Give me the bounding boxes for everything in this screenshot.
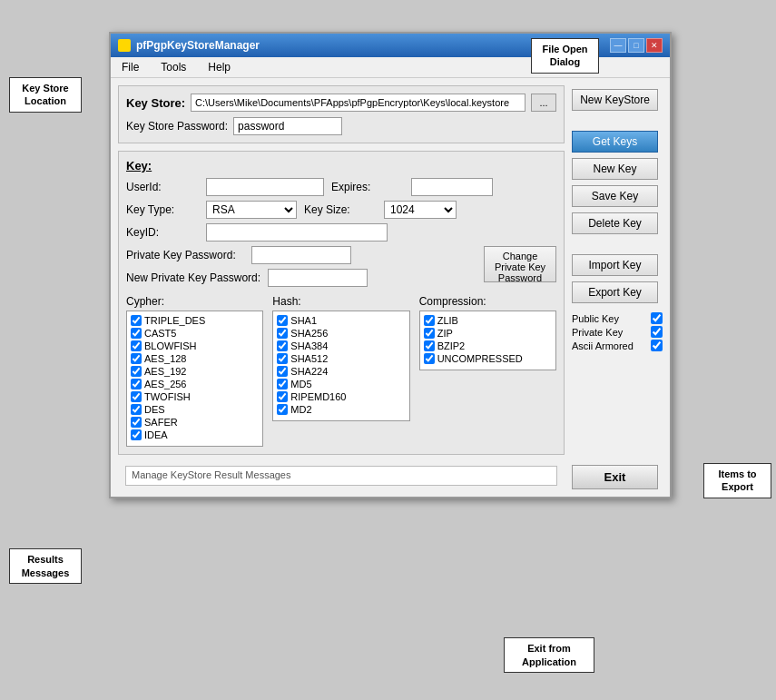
- userid-expires-row: UserId: Expires:: [126, 178, 556, 196]
- pk-password-row: Private Key Password:: [126, 246, 476, 264]
- keystore-password-input[interactable]: [233, 117, 342, 135]
- close-button[interactable]: ✕: [646, 38, 663, 53]
- cypher-item: IDEA: [131, 429, 259, 440]
- cypher-checkbox[interactable]: [131, 340, 142, 351]
- export-key-button[interactable]: Export Key: [572, 281, 658, 303]
- expires-input[interactable]: [411, 178, 493, 196]
- lists-row: Cypher: TRIPLE_DESCAST5BLOWFISHAES_128AE…: [126, 295, 556, 447]
- compression-item-label: UNCOMPRESSED: [437, 353, 523, 364]
- hash-item: SHA1: [277, 315, 405, 326]
- cypher-checkbox[interactable]: [131, 417, 142, 428]
- cypher-item: DES: [131, 404, 259, 415]
- hash-item: MD2: [277, 404, 405, 415]
- hash-item: MD5: [277, 379, 405, 389]
- menu-file[interactable]: File: [118, 59, 142, 75]
- new-pk-password-label: New Private Key Password:: [126, 271, 260, 284]
- new-pk-password-input[interactable]: [268, 269, 368, 287]
- compression-list: ZLIBZIPBZIP2UNCOMPRESSED: [419, 311, 556, 370]
- keyid-input[interactable]: [206, 223, 388, 242]
- hash-item-label: MD5: [290, 379, 311, 389]
- hash-checkbox[interactable]: [277, 391, 288, 402]
- cypher-item: CAST5: [131, 328, 259, 339]
- compression-checkbox[interactable]: [424, 328, 435, 339]
- pk-password-input[interactable]: [251, 246, 351, 264]
- hash-checkbox[interactable]: [277, 340, 288, 351]
- private-key-checkbox[interactable]: [651, 326, 663, 338]
- compression-checkbox[interactable]: [424, 340, 435, 351]
- cypher-checkbox[interactable]: [131, 366, 142, 377]
- new-keystore-button[interactable]: New KeyStore: [572, 89, 658, 111]
- cypher-checkbox[interactable]: [131, 379, 142, 389]
- compression-title: Compression:: [419, 295, 556, 308]
- cypher-list: TRIPLE_DESCAST5BLOWFISHAES_128AES_192AES…: [126, 311, 263, 447]
- cypher-checkbox[interactable]: [131, 328, 142, 339]
- compression-item: UNCOMPRESSED: [424, 353, 552, 364]
- cypher-checkbox[interactable]: [131, 391, 142, 402]
- cypher-item-label: TWOFISH: [144, 391, 191, 402]
- get-keys-button[interactable]: Get Keys: [572, 131, 658, 153]
- delete-key-button[interactable]: Delete Key: [572, 212, 658, 234]
- key-section: Key: UserId: Expires: Key Type: RSA DSA …: [118, 151, 565, 455]
- keytype-select[interactable]: RSA DSA ElGamal: [206, 201, 297, 219]
- cypher-checkbox[interactable]: [131, 404, 142, 415]
- cypher-item-label: AES_192: [144, 366, 186, 377]
- compression-item-label: ZLIB: [437, 315, 458, 326]
- hash-item-label: SHA384: [290, 340, 328, 351]
- save-key-button[interactable]: Save Key: [572, 185, 658, 207]
- callout-key-store-location: Key Store Location: [9, 77, 82, 113]
- new-pk-password-row: New Private Key Password:: [126, 269, 476, 287]
- window-title: pfPgpKeyStoreManager: [136, 39, 260, 52]
- export-options: Public Key Private Key Ascii Armored: [572, 312, 663, 353]
- password-label: Key Store Password:: [126, 120, 228, 133]
- new-key-button[interactable]: New Key: [572, 158, 658, 180]
- cypher-section: Cypher: TRIPLE_DESCAST5BLOWFISHAES_128AE…: [126, 295, 263, 447]
- keystore-section: Key Store: ... Key Store Password:: [118, 85, 565, 143]
- cypher-checkbox[interactable]: [131, 429, 142, 440]
- menu-help[interactable]: Help: [204, 59, 234, 75]
- right-panel: New KeyStore Get Keys New Key Save Key D…: [572, 85, 663, 489]
- public-key-export-row: Public Key: [572, 312, 663, 324]
- compression-item: ZLIB: [424, 315, 552, 326]
- hash-item-label: SHA224: [290, 366, 328, 377]
- change-pw-button[interactable]: Change Private Key Password: [484, 246, 556, 282]
- callout-file-open-dialog: File Open Dialog: [531, 38, 599, 74]
- minimize-button[interactable]: —: [610, 38, 626, 53]
- cypher-item-label: BLOWFISH: [144, 340, 196, 351]
- compression-item: BZIP2: [424, 340, 552, 351]
- exit-button[interactable]: Exit: [572, 465, 658, 489]
- cypher-title: Cypher:: [126, 295, 263, 308]
- hash-checkbox[interactable]: [277, 366, 288, 377]
- hash-item: SHA256: [277, 328, 405, 339]
- ascii-armored-export-row: Ascii Armored: [572, 340, 663, 351]
- menu-tools[interactable]: Tools: [157, 59, 190, 75]
- result-messages-bar: Manage KeyStore Result Messages: [125, 466, 557, 486]
- userid-input[interactable]: [206, 178, 324, 196]
- cypher-item: BLOWFISH: [131, 340, 259, 351]
- callout-items-to-export: Items to Export: [703, 463, 771, 498]
- hash-item-label: MD2: [290, 404, 311, 415]
- keysize-label: Key Size:: [304, 203, 377, 216]
- browse-button[interactable]: ...: [531, 94, 556, 112]
- ascii-armored-checkbox[interactable]: [651, 340, 663, 351]
- key-section-title: Key:: [126, 159, 556, 173]
- import-key-button[interactable]: Import Key: [572, 254, 658, 276]
- cypher-item: AES_256: [131, 379, 259, 389]
- hash-checkbox[interactable]: [277, 353, 288, 364]
- maximize-button[interactable]: □: [628, 38, 644, 53]
- compression-checkbox[interactable]: [424, 353, 435, 364]
- userid-label: UserId:: [126, 181, 199, 193]
- public-key-checkbox[interactable]: [651, 312, 663, 324]
- compression-item-label: ZIP: [437, 328, 453, 339]
- keystore-password-row: Key Store Password:: [126, 117, 556, 135]
- cypher-checkbox[interactable]: [131, 315, 142, 326]
- cypher-checkbox[interactable]: [131, 353, 142, 364]
- hash-checkbox[interactable]: [277, 315, 288, 326]
- cypher-item: SAFER: [131, 417, 259, 428]
- compression-checkbox[interactable]: [424, 315, 435, 326]
- keysize-select[interactable]: 1024 2048 4096: [384, 201, 457, 219]
- keystore-path-input[interactable]: [191, 94, 526, 112]
- hash-checkbox[interactable]: [277, 328, 288, 339]
- hash-checkbox[interactable]: [277, 379, 288, 389]
- hash-checkbox[interactable]: [277, 404, 288, 415]
- keyid-row: KeyID:: [126, 223, 556, 242]
